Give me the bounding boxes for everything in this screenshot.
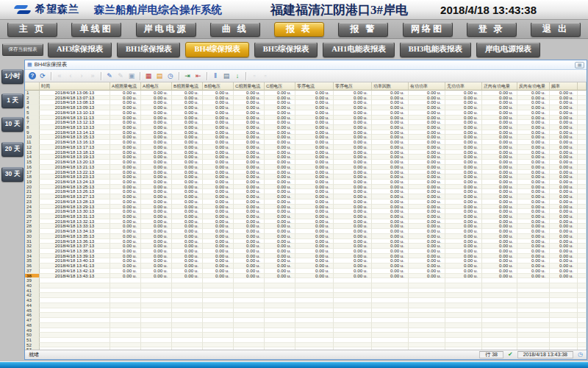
table-row[interactable]: 112018/4/18 13:16:130.00 u.0.00 u.0.00 u…: [25, 140, 587, 145]
nav-shore-power-button[interactable]: 岸电电源: [136, 22, 196, 37]
copy-icon[interactable]: ▣: [127, 71, 136, 80]
table-row[interactable]: 362018/4/18 13:41:130.00 u.0.00 u.0.00 u…: [25, 263, 587, 269]
pause-icon[interactable]: ‖: [211, 71, 220, 80]
cell-value: 0.00 u.: [372, 205, 409, 210]
table-row[interactable]: 49: [25, 328, 587, 333]
table-row[interactable]: 312018/4/18 13:36:130.00 u.0.00 u.0.00 u…: [25, 239, 587, 244]
table-row[interactable]: 32018/4/18 13:08:130.00 u.0.00 u.0.00 u.…: [25, 100, 587, 105]
tab-ah1-meter[interactable]: AH1电能表报表: [323, 42, 395, 57]
table-row[interactable]: 45: [25, 308, 587, 314]
cell-value: 0.00 u.: [372, 274, 409, 279]
table-row[interactable]: 102018/4/18 13:15:130.00 u.0.00 u.0.00 u…: [25, 135, 587, 140]
table-row[interactable]: 332018/4/18 13:38:130.00 u.0.00 u.0.00 u…: [25, 249, 587, 254]
table-row[interactable]: 12018/4/18 13:06:130.00 u.0.00 u.0.00 u.…: [25, 91, 587, 96]
tab-ah3[interactable]: AH3综保报表: [48, 42, 112, 57]
table-row[interactable]: 122018/4/18 13:17:130.00 u.0.00 u.0.00 u…: [25, 145, 587, 150]
table-row[interactable]: 43: [25, 298, 587, 303]
nav-network-button[interactable]: 网络图: [403, 22, 453, 37]
cell-value: [517, 333, 550, 338]
import-data-icon[interactable]: ⇤: [194, 71, 203, 80]
table-row[interactable]: 382018/4/18 13:43:130.00 u.0.00 u.0.00 u…: [25, 274, 587, 279]
nav-alarm-button[interactable]: 报 警: [338, 22, 388, 37]
table-row[interactable]: 322018/4/18 13:37:130.00 u.0.00 u.0.00 u…: [25, 244, 587, 249]
range-20d-button[interactable]: 20 天: [1, 142, 24, 157]
tab-bh5[interactable]: BH5综保报表: [254, 42, 318, 57]
table-row[interactable]: 72018/4/18 13:12:130.00 u.0.00 u.0.00 u.…: [25, 120, 587, 125]
edit-pencil-icon[interactable]: ✎: [105, 71, 114, 80]
table-row[interactable]: 142018/4/18 13:19:130.00 u.0.00 u.0.00 u…: [25, 155, 587, 160]
table-row[interactable]: 62018/4/18 13:11:130.00 u.0.00 u.0.00 u.…: [25, 116, 587, 121]
range-1h-button[interactable]: 1小时: [1, 69, 24, 84]
nav-report-button[interactable]: 报 表: [274, 22, 324, 37]
print-icon[interactable]: ▤: [222, 71, 231, 80]
table-row[interactable]: 52: [25, 343, 587, 348]
table-row[interactable]: 22018/4/18 13:07:130.00 u.0.00 u.0.00 u.…: [25, 96, 587, 101]
tab-bh3-meter[interactable]: BH3电能表报表: [400, 42, 471, 57]
table-row[interactable]: 152018/4/18 13:20:130.00 u.0.00 u.0.00 u…: [25, 160, 587, 165]
cell-value: 0.00 u.: [265, 194, 295, 199]
cell-value: [234, 323, 265, 328]
table-row[interactable]: 282018/4/18 13:33:130.00 u.0.00 u.0.00 u…: [25, 224, 587, 229]
refresh-report-icon[interactable]: ⟳: [38, 71, 47, 80]
nav-logout-button[interactable]: 退 出: [531, 22, 581, 37]
nav-login-button[interactable]: 登 录: [467, 22, 517, 37]
table-row[interactable]: 252018/4/18 13:30:130.00 u.0.00 u.0.00 u…: [25, 209, 587, 214]
table-row[interactable]: 42018/4/18 13:09:130.00 u.0.00 u.0.00 u.…: [25, 105, 587, 110]
save-current-report-button[interactable]: 保存当前报表: [2, 43, 43, 56]
range-1d-button[interactable]: 1 天: [1, 93, 24, 108]
table-row[interactable]: 262018/4/18 13:31:130.00 u.0.00 u.0.00 u…: [25, 214, 587, 219]
table-row[interactable]: 92018/4/18 13:14:130.00 u.0.00 u.0.00 u.…: [25, 130, 587, 135]
table-row[interactable]: 41: [25, 289, 587, 294]
cell-value: 0.00 u.: [445, 145, 482, 150]
clock-icon[interactable]: ◷: [166, 71, 175, 80]
tab-bh1[interactable]: BH1综保报表: [117, 42, 180, 57]
table-row[interactable]: 52018/4/18 13:10:130.00 u.0.00 u.0.00 u.…: [25, 110, 587, 116]
table-row[interactable]: 132018/4/18 13:18:130.00 u.0.00 u.0.00 u…: [25, 150, 587, 155]
window-pin-button[interactable]: ▦: [575, 62, 584, 68]
table-row[interactable]: 42: [25, 293, 587, 298]
table-row[interactable]: 202018/4/18 13:25:130.00 u.0.00 u.0.00 u…: [25, 185, 587, 190]
table-row[interactable]: 47: [25, 318, 587, 323]
range-10d-button[interactable]: 10 天: [1, 117, 24, 132]
table-row[interactable]: 46: [25, 313, 587, 318]
cell-value: 0.00 u.: [409, 185, 445, 190]
table-row[interactable]: 272018/4/18 13:32:130.00 u.0.00 u.0.00 u…: [25, 219, 587, 224]
calendar-icon[interactable]: ▤: [155, 71, 164, 80]
nav-single-line-button[interactable]: 单线图: [71, 22, 121, 37]
table-row[interactable]: 39: [25, 278, 587, 283]
table-row[interactable]: 302018/4/18 13:35:130.00 u.0.00 u.0.00 u…: [25, 234, 587, 239]
tab-bh4[interactable]: BH4综保报表: [185, 42, 248, 57]
nav-home-button[interactable]: 主 页: [7, 22, 57, 37]
table-row[interactable]: 372018/4/18 13:42:130.00 u.0.00 u.0.00 u…: [25, 269, 587, 274]
grid-view-icon[interactable]: ▦: [144, 71, 153, 80]
table-row[interactable]: 182018/4/18 13:23:130.00 u.0.00 u.0.00 u…: [25, 174, 587, 180]
table-row[interactable]: 162018/4/18 13:21:130.00 u.0.00 u.0.00 u…: [25, 165, 587, 170]
table-row[interactable]: 192018/4/18 13:24:130.00 u.0.00 u.0.00 u…: [25, 180, 587, 185]
table-row[interactable]: 342018/4/18 13:39:130.00 u.0.00 u.0.00 u…: [25, 254, 587, 259]
table-row[interactable]: 232018/4/18 13:28:130.00 u.0.00 u.0.00 u…: [25, 199, 587, 205]
table-row[interactable]: 292018/4/18 13:34:130.00 u.0.00 u.0.00 u…: [25, 229, 587, 234]
nav-curve-button[interactable]: 曲 线: [210, 22, 260, 37]
table-row[interactable]: 82018/4/18 13:13:130.00 u.0.00 u.0.00 u.…: [25, 125, 587, 130]
table-row[interactable]: 44: [25, 303, 587, 308]
cell-value: 0.00 u.: [265, 229, 295, 234]
row-number: 10: [25, 135, 40, 140]
cell-value: 0.00 u.: [203, 96, 234, 101]
cell-value: [141, 303, 172, 308]
table-row[interactable]: 50: [25, 333, 587, 338]
table-row[interactable]: 242018/4/18 13:29:130.00 u.0.00 u.0.00 u…: [25, 205, 587, 210]
tab-shore-source[interactable]: 岸电电源报表: [476, 42, 540, 57]
help-icon[interactable]: ?: [29, 72, 36, 79]
range-30d-button[interactable]: 30 天: [1, 167, 24, 182]
cell-value: 0.00 u.: [295, 135, 334, 140]
table-row[interactable]: 51: [25, 338, 587, 343]
table-row[interactable]: 222018/4/18 13:27:130.00 u.0.00 u.0.00 u…: [25, 194, 587, 199]
table-row[interactable]: 48: [25, 323, 587, 328]
table-row[interactable]: 212018/4/18 13:26:130.00 u.0.00 u.0.00 u…: [25, 189, 587, 194]
export-excel-icon[interactable]: ⇥: [183, 71, 192, 80]
cell-value: 0.00 u.: [141, 254, 172, 259]
save-export-icon[interactable]: ↓: [233, 71, 242, 80]
table-row[interactable]: 40: [25, 283, 587, 289]
table-row[interactable]: 172018/4/18 13:22:130.00 u.0.00 u.0.00 u…: [25, 170, 587, 175]
table-row[interactable]: 352018/4/18 13:40:130.00 u.0.00 u.0.00 u…: [25, 258, 587, 263]
